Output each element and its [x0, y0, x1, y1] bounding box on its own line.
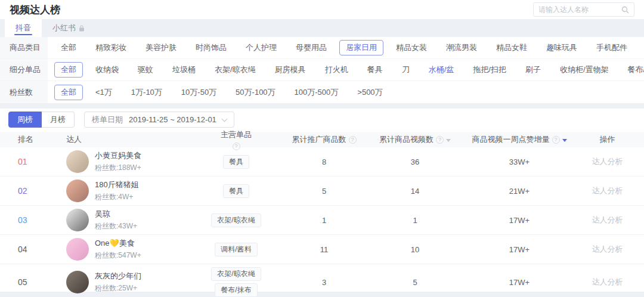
filter-option[interactable]: 刀: [395, 62, 416, 78]
filter-panel: 商品类目 全部精致彩妆美容护肤时尚饰品个人护理母婴用品居家日用精品女装潮流男装精…: [0, 37, 644, 103]
filter-option[interactable]: 拖把/扫把: [466, 62, 513, 78]
avatar[interactable]: [66, 209, 89, 231]
period-toggle: 周榜 月榜: [8, 112, 75, 128]
filter-option[interactable]: 打火机: [318, 62, 355, 78]
filter-option[interactable]: 1万-10万: [125, 85, 169, 100]
influencer-name[interactable]: One💛美食: [95, 238, 141, 249]
main-product-tags: 餐具: [194, 155, 278, 169]
filter-option[interactable]: 居家日用: [339, 40, 383, 55]
header-influencer-label: 达人: [66, 134, 82, 145]
week-like-growth-value: 17W+: [460, 245, 579, 254]
filter-option[interactable]: 餐具: [361, 62, 389, 78]
filter-option[interactable]: 手机配件: [590, 40, 634, 55]
header-promoted-products-label: 累计推广商品数: [292, 134, 346, 145]
promoted-products-count: 1: [278, 216, 370, 225]
week-rank-button[interactable]: 周榜: [8, 112, 42, 128]
main-product-tag: 调料/酱料: [215, 243, 257, 256]
sort-caret-icon[interactable]: [446, 139, 451, 142]
filter-option[interactable]: 垃圾桶: [166, 62, 202, 78]
table-header: 排名 达人 主营单品 累计推广商品数 累计商品视频数 商品视频一周点赞增量 操作: [0, 132, 644, 147]
help-icon[interactable]: [436, 136, 444, 144]
filter-option[interactable]: 精品女装: [389, 40, 434, 55]
influencer-analysis-link[interactable]: 达人分析: [592, 157, 623, 166]
filter-option[interactable]: 刷子: [519, 62, 547, 78]
product-videos-count: 14: [370, 187, 460, 196]
ranking-card: 周榜 月榜 榜单日期 2019-11-25 ~ 2019-12-01 排名 达人…: [0, 109, 644, 292]
help-icon[interactable]: [233, 143, 240, 150]
influencer-info: 吴琼 粉丝数:43W+: [95, 209, 137, 231]
sort-caret-active-icon[interactable]: [562, 139, 567, 142]
main-product-tag: 衣架/晾衣绳: [211, 267, 261, 281]
list-controls: 周榜 月榜 榜单日期 2019-11-25 ~ 2019-12-01: [0, 109, 644, 132]
filter-option[interactable]: 全部: [54, 40, 83, 55]
influencer-analysis-link[interactable]: 达人分析: [592, 245, 623, 253]
help-icon[interactable]: [349, 136, 357, 144]
promoted-products-count: 3: [278, 278, 370, 287]
filter-option[interactable]: 驱蚊: [131, 62, 160, 78]
main-product-tags: 衣架/晾衣绳餐布/抹布: [194, 267, 278, 297]
influencer-info: 小黄豆妈美食 粉丝数:188W+: [95, 150, 141, 173]
filter-option[interactable]: 厨房模具: [268, 62, 312, 78]
week-like-growth-value: 17W+: [460, 278, 579, 287]
avatar[interactable]: [66, 180, 89, 202]
header-product-videos: 累计商品视频数: [370, 134, 460, 145]
promoted-products-count: 8: [278, 157, 370, 166]
filter-option[interactable]: 时尚饰品: [189, 40, 233, 55]
tab-xiaohongshu[interactable]: 小红书: [42, 19, 95, 37]
filter-options: 全部精致彩妆美容护肤时尚饰品个人护理母婴用品居家日用精品女装潮流男装精品女鞋趣味…: [48, 37, 644, 58]
filter-option[interactable]: 全部: [54, 62, 83, 78]
avatar[interactable]: [66, 150, 89, 173]
filter-option[interactable]: 潮流男装: [439, 40, 484, 55]
filter-option[interactable]: 收纳柜/置物架: [553, 62, 615, 78]
fans-count: 粉丝数:547W+: [95, 250, 141, 261]
header-main-product: 主营单品: [194, 129, 278, 150]
top-bar: 视频达人榜: [0, 0, 644, 19]
search-icon[interactable]: [621, 6, 629, 14]
influencer-name[interactable]: 180斤猪猪姐: [95, 180, 139, 190]
date-range-label: 榜单日期: [92, 115, 123, 125]
help-icon[interactable]: [552, 136, 560, 144]
filter-option[interactable]: 收纳袋: [89, 62, 125, 78]
influencer-name[interactable]: 吴琼: [95, 209, 137, 219]
avatar[interactable]: [66, 238, 89, 261]
search-box[interactable]: [533, 2, 634, 17]
filter-option[interactable]: 餐布/抹布: [621, 62, 644, 78]
filter-option[interactable]: 衣架/晾衣绳: [208, 62, 262, 78]
filter-option[interactable]: 全部: [54, 85, 83, 100]
filter-option[interactable]: 水桶/盆: [422, 62, 461, 78]
platform-tabs: 抖音 小红书: [0, 19, 644, 37]
influencer-analysis-link[interactable]: 达人分析: [592, 215, 623, 224]
page-title: 视频达人榜: [10, 3, 60, 17]
filter-option[interactable]: 美容护肤: [139, 40, 183, 55]
influencer-name[interactable]: 小黄豆妈美食: [95, 150, 141, 161]
filter-option[interactable]: 50万-100万: [229, 85, 281, 100]
filter-label: 细分单品: [0, 59, 48, 81]
filter-option[interactable]: <1万: [89, 85, 119, 100]
filter-option[interactable]: >500万: [351, 85, 389, 100]
influencer-name[interactable]: 灰灰的少年们: [95, 271, 141, 281]
header-product-videos-label: 累计商品视频数: [379, 134, 434, 145]
tab-douyin[interactable]: 抖音: [5, 19, 42, 37]
filter-option[interactable]: 3C数码: [640, 40, 644, 55]
avatar[interactable]: [66, 271, 89, 293]
chevron-down-icon: [221, 116, 227, 122]
filter-option[interactable]: 精致彩妆: [89, 40, 133, 55]
influencer-analysis-link[interactable]: 达人分析: [592, 277, 623, 286]
filter-option[interactable]: 100万-500万: [288, 85, 345, 100]
filter-option[interactable]: 趣味玩具: [540, 40, 584, 55]
header-influencer: 达人: [66, 134, 194, 145]
fans-count: 粉丝数:43W+: [95, 221, 137, 231]
main-product-tag: 衣架/晾衣绳: [211, 214, 261, 227]
rank-number: 05: [18, 277, 27, 287]
date-range-select[interactable]: 榜单日期 2019-11-25 ~ 2019-12-01: [84, 112, 234, 128]
month-rank-button[interactable]: 月榜: [42, 112, 75, 128]
filter-option[interactable]: 母婴用品: [289, 40, 333, 55]
filter-option[interactable]: 精品女鞋: [490, 40, 534, 55]
search-input[interactable]: [538, 5, 618, 14]
filter-option[interactable]: 10万-50万: [175, 85, 223, 100]
header-rank: 排名: [10, 134, 66, 145]
filter-option[interactable]: 个人护理: [239, 40, 283, 55]
influencer-analysis-link[interactable]: 达人分析: [592, 186, 623, 195]
table-row: 02 180斤猪猪姐 粉丝数:4W+ 餐具 5 14 21W+ 达人分析: [0, 177, 644, 206]
table-row: 01 小黄豆妈美食 粉丝数:188W+ 餐具 8 36 33W+ 达人分析: [0, 147, 644, 177]
